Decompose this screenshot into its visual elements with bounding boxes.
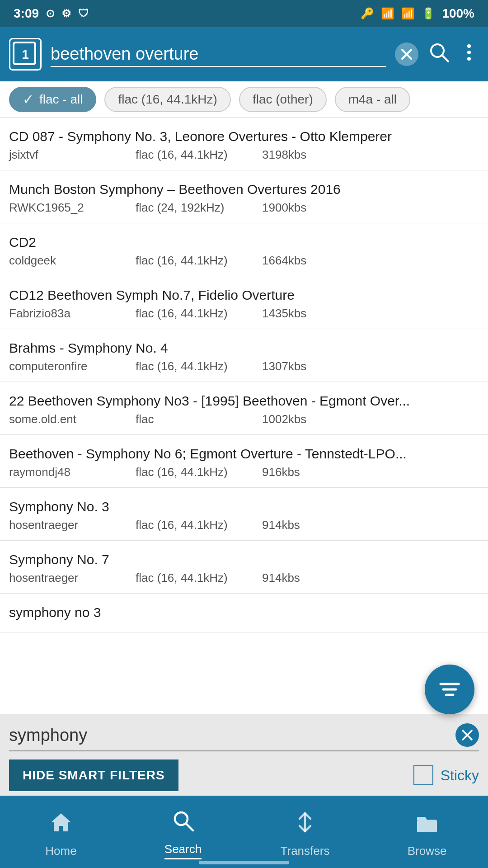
result-title: Brahms - Symphony No. 4 [9,339,479,357]
search-input-container[interactable] [51,42,386,67]
chip-flac-16-44[interactable]: flac (16, 44.1kHz) [104,87,230,112]
sticky-row: Sticky [413,765,479,785]
nav-label-search: Search [164,842,202,859]
home-indicator [199,861,289,864]
status-icon-3: 🛡 [78,7,89,20]
transfers-icon [293,811,317,840]
result-title: Beethoven - Symphony No 6; Egmont Overtu… [9,445,479,462]
status-bar: 3:09 ⊙ ⚙ 🛡 🔑 📶 📶 🔋 100% [0,0,488,27]
result-title: CD2 [9,233,479,251]
bottom-nav: Home Search Transfers Browse [0,796,488,868]
clear-search-button[interactable] [395,42,418,66]
signal-icon: 📶 [401,7,415,20]
result-format: flac (16, 44.1kHz) [136,254,262,268]
smart-filter-input[interactable] [9,726,455,745]
result-user: raymondj48 [9,465,136,479]
chip-label-m4a-all: m4a - all [348,92,397,107]
result-item[interactable]: 22 Beethoven Symphony No3 - [1995] Beeth… [0,382,488,435]
sticky-checkbox[interactable] [413,765,433,785]
result-user: RWKC1965_2 [9,201,136,215]
filter-chips: ✓ flac - all flac (16, 44.1kHz) flac (ot… [0,81,488,118]
results-area: CD 087 - Symphony No. 3, Leonore Overtur… [0,118,488,714]
chip-label-flac-all: flac - all [39,92,83,107]
hide-smart-filters-button[interactable]: HIDE SMART FILTERS [9,760,178,791]
header: 1 [0,27,488,81]
result-title: Munch Boston Symphony – Beethoven Overtu… [9,180,479,198]
status-time: 3:09 [14,6,39,21]
result-title: symphony no 3 [9,604,479,621]
result-user: hosentraeger [9,571,136,585]
status-bar-right: 🔑 📶 📶 🔋 100% [361,6,474,21]
search-input[interactable] [51,44,386,64]
filter-fab-button[interactable] [425,665,474,714]
result-item[interactable]: Beethoven - Symphony No 6; Egmont Overtu… [0,435,488,488]
chip-flac-all[interactable]: ✓ flac - all [9,87,96,112]
result-bitrate: 1435kbs [262,307,306,321]
result-user: coldgeek [9,254,136,268]
svg-point-7 [467,51,471,54]
result-user: hosentraeger [9,518,136,532]
result-item[interactable]: symphony no 3 [0,594,488,632]
chip-m4a-all[interactable]: m4a - all [335,87,410,112]
result-format: flac (24, 192kHz) [136,201,262,215]
chip-label-flac-16-44: flac (16, 44.1kHz) [118,92,217,107]
check-icon: ✓ [23,91,34,107]
nav-label-home: Home [45,844,76,858]
result-meta: hosentraeger flac (16, 44.1kHz) 914kbs [9,571,479,585]
result-item[interactable]: Brahms - Symphony No. 4 computeronfire f… [0,329,488,382]
result-item[interactable]: CD12 Beethoven Symph No.7, Fidelio Overt… [0,276,488,329]
result-meta: jsixtvf flac (16, 44.1kHz) 3198kbs [9,148,479,162]
svg-text:1: 1 [22,47,29,61]
smart-filter-input-row [9,723,479,751]
result-user: jsixtvf [9,148,136,162]
home-icon [49,811,73,840]
result-meta: hosentraeger flac (16, 44.1kHz) 914kbs [9,518,479,532]
result-item[interactable]: CD 087 - Symphony No. 3, Leonore Overtur… [0,118,488,170]
results-list: CD 087 - Symphony No. 3, Leonore Overtur… [0,118,488,714]
sticky-label: Sticky [441,767,479,784]
result-item[interactable]: CD2 coldgeek flac (16, 44.1kHz) 1664kbs [0,223,488,276]
nav-item-browse[interactable]: Browse [366,806,488,858]
result-format: flac (16, 44.1kHz) [136,359,262,373]
smart-filter-area: HIDE SMART FILTERS Sticky [0,714,488,796]
result-bitrate: 914kbs [262,518,300,532]
filter-fab-icon [437,677,462,702]
browse-icon [415,811,439,840]
svg-point-6 [467,44,471,48]
result-title: Symphony No. 7 [9,551,479,568]
result-bitrate: 914kbs [262,571,300,585]
result-title: 22 Beethoven Symphony No3 - [1995] Beeth… [9,392,479,410]
search-icon[interactable] [427,41,450,68]
result-bitrate: 1900kbs [262,201,306,215]
result-title: CD 087 - Symphony No. 3, Leonore Overtur… [9,127,479,145]
result-title: Symphony No. 3 [9,498,479,515]
result-item[interactable]: Symphony No. 7 hosentraeger flac (16, 44… [0,541,488,594]
result-user: computeronfire [9,359,136,373]
status-bar-left: 3:09 ⊙ ⚙ 🛡 [14,6,89,21]
chip-flac-other[interactable]: flac (other) [239,87,327,112]
result-item[interactable]: Munch Boston Symphony – Beethoven Overtu… [0,170,488,223]
result-meta: Fabrizio83a flac (16, 44.1kHz) 1435kbs [9,307,479,321]
result-bitrate: 3198kbs [262,148,306,162]
more-options-icon[interactable] [459,42,479,66]
nav-item-home[interactable]: Home [0,806,122,858]
result-format: flac (16, 44.1kHz) [136,465,262,479]
smart-filter-clear-button[interactable] [455,723,479,747]
result-format: flac (16, 44.1kHz) [136,571,262,585]
status-icon-1: ⊙ [46,7,55,20]
nav-item-transfers[interactable]: Transfers [244,806,366,858]
result-item[interactable]: Symphony No. 3 hosentraeger flac (16, 44… [0,488,488,541]
result-user: Fabrizio83a [9,307,136,321]
result-meta: some.old.ent flac 1002kbs [9,412,479,426]
result-bitrate: 1002kbs [262,412,306,426]
svg-marker-14 [51,813,71,831]
result-meta: RWKC1965_2 flac (24, 192kHz) 1900kbs [9,201,479,215]
nav-item-search[interactable]: Search [122,804,244,859]
svg-point-8 [467,57,471,61]
key-icon: 🔑 [361,7,374,20]
result-bitrate: 916kbs [262,465,300,479]
battery-percent: 100% [442,6,474,21]
result-format: flac (16, 44.1kHz) [136,307,262,321]
nav-label-transfers: Transfers [281,844,330,858]
result-meta: coldgeek flac (16, 44.1kHz) 1664kbs [9,254,479,268]
